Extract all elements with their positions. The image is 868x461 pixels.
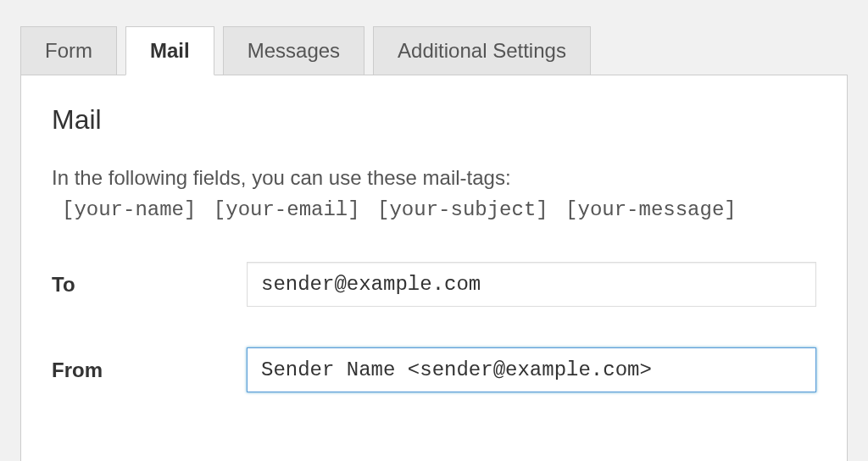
panel-title: Mail [52, 104, 816, 136]
tab-mail[interactable]: Mail [125, 26, 214, 75]
instructions-text: In the following fields, you can use the… [52, 166, 816, 190]
mail-tags-list: [your-name] [your-email] [your-subject] … [62, 198, 816, 221]
field-row-to: To [52, 262, 816, 307]
tab-bar: Form Mail Messages Additional Settings [20, 25, 848, 75]
tab-form[interactable]: Form [20, 26, 117, 75]
tab-messages[interactable]: Messages [223, 26, 364, 75]
mail-panel: Mail In the following fields, you can us… [20, 75, 848, 461]
from-input[interactable] [247, 347, 816, 392]
to-input[interactable] [247, 262, 816, 307]
from-label: From [52, 358, 247, 382]
field-row-from: From [52, 347, 816, 392]
to-label: To [52, 273, 247, 297]
tab-additional-settings[interactable]: Additional Settings [373, 26, 591, 75]
